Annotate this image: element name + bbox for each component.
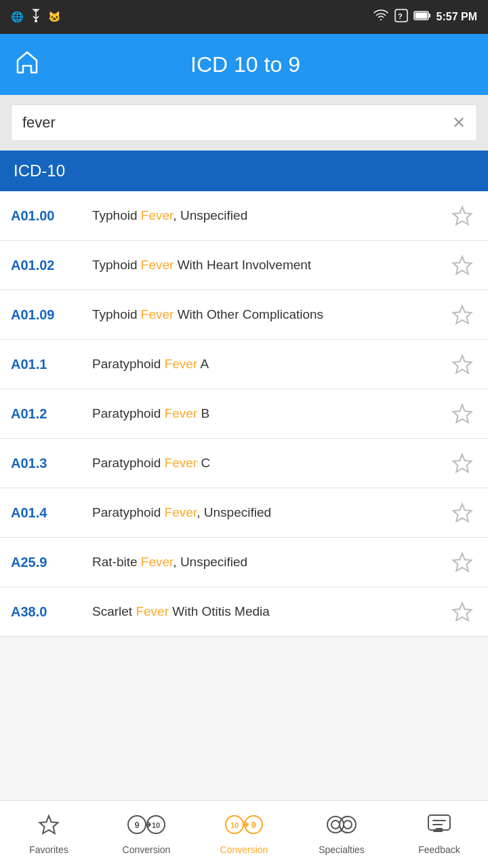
search-value: fever	[22, 114, 56, 132]
svg-rect-4	[415, 13, 427, 19]
status-right: ? 5:57 PM	[373, 9, 477, 25]
search-container: fever ✕	[0, 95, 488, 151]
favorite-star[interactable]	[447, 304, 477, 326]
svg-text:9: 9	[134, 820, 139, 830]
favorite-star[interactable]	[447, 205, 477, 226]
list-item[interactable]: A01.09 Typhoid Fever With Other Complica…	[0, 290, 488, 340]
item-description: Paratyphoid Fever A	[92, 355, 447, 374]
specialties-icon	[325, 814, 359, 840]
svg-rect-5	[429, 14, 430, 18]
item-description: Paratyphoid Fever, Unspecified	[92, 504, 447, 522]
list-item[interactable]: A25.9 Rat-bite Fever, Unspecified	[0, 538, 488, 587]
time-display: 5:57 PM	[436, 11, 477, 23]
item-description: Scarlet Fever With Otitis Media	[92, 603, 447, 621]
section-header-label: ICD-10	[14, 161, 65, 180]
icd-code: A01.2	[11, 406, 92, 422]
conversion-10to9-label: Conversion	[220, 844, 268, 855]
svg-marker-7	[453, 256, 472, 274]
svg-text:10: 10	[230, 821, 239, 829]
favorite-star[interactable]	[447, 353, 477, 375]
icd-code: A01.4	[11, 505, 92, 521]
status-icons: 🌐 🐱	[11, 9, 61, 26]
svg-marker-8	[453, 306, 472, 323]
status-bar: 🌐 🐱 ?	[0, 0, 488, 34]
bottom-navigation: Favorites 9 10 Conversion 10 9 Conversio…	[0, 800, 488, 868]
cat-icon: 🐱	[48, 11, 61, 23]
svg-marker-14	[453, 603, 472, 620]
icd-code: A38.0	[11, 604, 92, 620]
favorite-star[interactable]	[447, 254, 477, 276]
conversion-9to10-label: Conversion	[123, 844, 171, 855]
icd-code: A01.09	[11, 307, 92, 323]
feedback-label: Feedback	[418, 844, 460, 855]
favorite-star[interactable]	[447, 601, 477, 623]
app-header: ICD 10 to 9	[0, 34, 488, 95]
nav-favorites[interactable]: Favorites	[0, 801, 98, 868]
favorites-label: Favorites	[29, 844, 68, 855]
svg-text:?: ?	[398, 12, 403, 20]
nav-conversion-10to9[interactable]: 10 9 Conversion	[195, 801, 293, 868]
nav-feedback[interactable]: Feedback	[390, 801, 488, 868]
icd-code: A01.02	[11, 258, 92, 273]
wifi-icon	[373, 9, 389, 24]
list-item[interactable]: A01.00 Typhoid Fever, Unspecified	[0, 191, 488, 241]
svg-text:9: 9	[251, 820, 256, 830]
svg-marker-6	[453, 207, 472, 224]
conversion-9to10-icon: 9 10	[127, 814, 165, 840]
list-item[interactable]: A01.2 Paratyphoid Fever B	[0, 389, 488, 439]
svg-marker-12	[453, 504, 472, 521]
results-list: A01.00 Typhoid Fever, Unspecified A01.02…	[0, 191, 488, 637]
item-description: Paratyphoid Fever C	[92, 454, 447, 473]
search-box[interactable]: fever ✕	[11, 104, 477, 141]
question-battery-icon: ?	[394, 9, 408, 25]
favorite-star[interactable]	[447, 502, 477, 524]
usb-icon	[30, 9, 41, 26]
icd-code: A01.1	[11, 357, 92, 372]
app-title: ICD 10 to 9	[54, 52, 436, 77]
item-description: Typhoid Fever, Unspecified	[92, 207, 447, 225]
favorite-star[interactable]	[447, 403, 477, 425]
search-clear-button[interactable]: ✕	[452, 113, 466, 132]
nav-specialties[interactable]: Specialties	[293, 801, 390, 868]
svg-marker-10	[453, 405, 472, 422]
list-item[interactable]: A01.4 Paratyphoid Fever, Unspecified	[0, 488, 488, 538]
feedback-icon	[427, 814, 451, 840]
svg-marker-11	[453, 454, 472, 472]
favorites-icon	[38, 814, 60, 840]
item-description: Typhoid Fever With Heart Involvement	[92, 256, 447, 275]
item-description: Typhoid Fever With Other Complications	[92, 306, 447, 324]
home-icon[interactable]	[14, 48, 41, 81]
svg-point-25	[331, 821, 340, 829]
svg-point-27	[344, 821, 352, 829]
item-description: Rat-bite Fever, Unspecified	[92, 553, 447, 572]
svg-marker-13	[453, 553, 472, 571]
list-item[interactable]: A01.02 Typhoid Fever With Heart Involvem…	[0, 241, 488, 290]
svg-point-0	[35, 20, 37, 22]
svg-point-26	[340, 816, 356, 833]
list-item[interactable]: A38.0 Scarlet Fever With Otitis Media	[0, 587, 488, 637]
svg-marker-15	[40, 816, 58, 833]
icd-code: A01.00	[11, 208, 92, 224]
svg-rect-28	[428, 815, 450, 830]
conversion-10to9-icon: 10 9	[225, 814, 263, 840]
svg-marker-9	[453, 355, 472, 373]
svg-text:10: 10	[152, 821, 160, 829]
favorite-star[interactable]	[447, 551, 477, 573]
icd-code: A25.9	[11, 555, 92, 570]
section-header: ICD-10	[0, 151, 488, 191]
specialties-label: Specialties	[319, 844, 365, 855]
list-item[interactable]: A01.1 Paratyphoid Fever A	[0, 340, 488, 389]
battery-icon	[413, 11, 431, 23]
item-description: Paratyphoid Fever B	[92, 405, 447, 423]
icd-code: A01.3	[11, 456, 92, 471]
nav-conversion-9to10[interactable]: 9 10 Conversion	[98, 801, 195, 868]
globe-icon: 🌐	[11, 11, 24, 23]
favorite-star[interactable]	[447, 452, 477, 474]
list-item[interactable]: A01.3 Paratyphoid Fever C	[0, 439, 488, 488]
